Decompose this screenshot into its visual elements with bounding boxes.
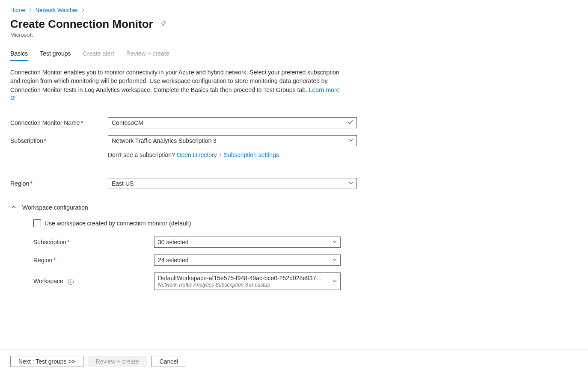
open-directory-link[interactable]: Open Directory + Subscription settings	[177, 151, 279, 158]
ws-workspace-select[interactable]: DefaultWorkspace-af15e575-f948-49ac-bce0…	[154, 272, 341, 290]
tab-basics[interactable]: Basics	[10, 47, 28, 61]
chevron-right-icon	[29, 7, 32, 13]
info-icon[interactable]: i	[68, 279, 74, 285]
tab-review-create: Review + create	[126, 47, 169, 61]
page-subtitle: Microsoft	[10, 32, 578, 38]
tabs: Basics Test groups Create alert Review +…	[10, 47, 578, 61]
ws-workspace-value: DefaultWorkspace-af15e575-f948-49ac-bce0…	[158, 275, 327, 281]
region-select[interactable]: East US	[108, 178, 357, 189]
ws-region-select[interactable]: 24 selected	[154, 255, 341, 266]
breadcrumb-network-watcher[interactable]: Network Watcher	[36, 7, 78, 13]
description-text: Connection Monitor enables you to monito…	[10, 68, 344, 103]
divider	[10, 196, 357, 196]
tab-test-groups[interactable]: Test groups	[40, 47, 71, 61]
name-label: Connection Monitor Name*	[10, 119, 108, 126]
external-link-icon	[10, 96, 15, 101]
workspace-config-expander[interactable]: Workspace configuration	[10, 201, 357, 214]
breadcrumb: Home Network Watcher	[10, 7, 578, 13]
tab-create-alert: Create alert	[83, 47, 114, 61]
workspace-config-title: Workspace configuration	[22, 204, 88, 211]
pin-icon[interactable]	[160, 21, 166, 28]
ws-subscription-label: Subscription*	[33, 239, 154, 246]
subscription-select[interactable]: Network Traffic Analytics Subscription 3	[108, 135, 357, 146]
ws-region-label: Region*	[33, 257, 154, 263]
subscription-helper: Don't see a subscription? Open Directory…	[108, 151, 279, 158]
ws-workspace-subtext: Network Traffic Analytics Subscription 3…	[158, 282, 327, 288]
use-default-workspace-checkbox[interactable]	[33, 219, 41, 227]
name-input[interactable]	[108, 117, 357, 128]
page-title: Create Connection Monitor	[10, 18, 153, 31]
subscription-label: Subscription*	[10, 137, 108, 144]
chevron-up-icon	[10, 204, 17, 211]
divider	[10, 297, 357, 297]
region-label: Region*	[10, 180, 108, 187]
use-default-workspace-label: Use workspace created by connection moni…	[45, 220, 191, 227]
checkmark-icon	[347, 119, 353, 127]
chevron-right-icon	[81, 7, 85, 13]
ws-subscription-select[interactable]: 30 selected	[154, 237, 341, 248]
ws-workspace-label: Workspace i	[33, 278, 154, 285]
breadcrumb-home[interactable]: Home	[10, 7, 25, 13]
